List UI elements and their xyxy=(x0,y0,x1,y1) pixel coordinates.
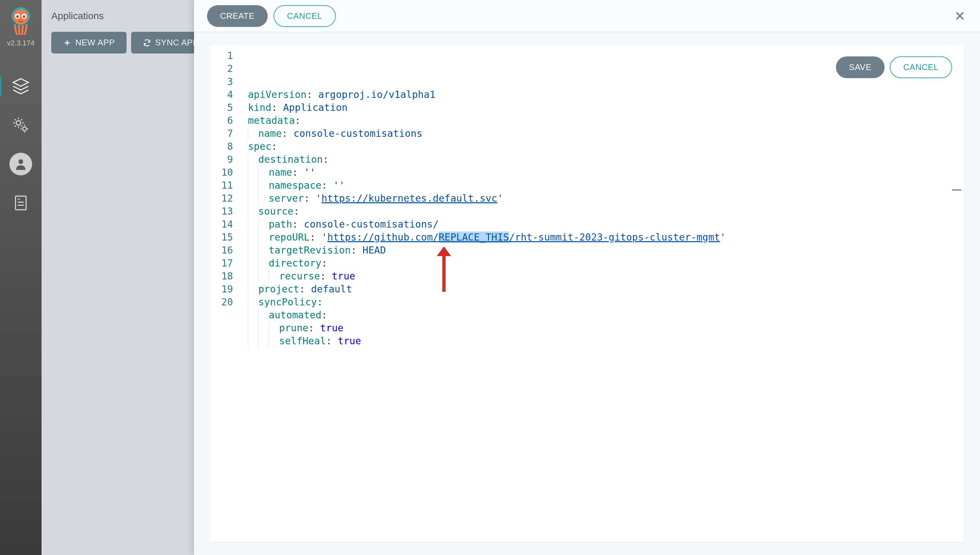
code-line[interactable]: name: '' xyxy=(248,166,964,179)
create-button[interactable]: CREATE xyxy=(207,5,268,27)
line-number: 15 xyxy=(210,231,240,244)
code-line[interactable]: server: 'https://kubernetes.default.svc' xyxy=(248,192,964,205)
code-token: source xyxy=(258,205,293,217)
line-number: 8 xyxy=(210,140,240,153)
code-token: : xyxy=(310,231,321,243)
version-label: v2.3.174 xyxy=(7,39,34,47)
code-line[interactable]: source: xyxy=(248,205,964,218)
code-line[interactable]: apiVersion: argoproj.io/v1alpha1 xyxy=(248,88,964,101)
line-number: 4 xyxy=(210,88,240,101)
code-token: : xyxy=(323,154,329,165)
editor-code[interactable]: apiVersion: argoproj.io/v1alpha1kind: Ap… xyxy=(240,45,964,542)
code-line[interactable]: automated: xyxy=(248,309,964,322)
code-line[interactable]: directory: xyxy=(248,257,964,270)
cancel-button[interactable]: CANCEL xyxy=(274,5,336,27)
code-line[interactable]: syncPolicy: xyxy=(248,296,964,309)
line-number: 11 xyxy=(210,179,240,192)
line-number: 3 xyxy=(210,75,240,88)
code-token: console-customisations/ xyxy=(304,218,438,230)
code-line[interactable]: selfHeal: true xyxy=(248,335,964,348)
code-line[interactable]: repoURL: 'https://github.com/REPLACE_THI… xyxy=(248,231,964,244)
code-token: namespace xyxy=(269,180,322,191)
editor-cancel-button[interactable]: CANCEL xyxy=(890,56,952,78)
svg-rect-9 xyxy=(16,196,26,210)
code-line[interactable]: path: console-customisations/ xyxy=(248,218,964,231)
code-token: https://kubernetes.default.svc xyxy=(322,192,497,204)
code-token: selfHeal xyxy=(279,335,326,346)
code-token: ' xyxy=(497,192,503,204)
code-token: ' xyxy=(316,192,322,204)
code-token: : xyxy=(304,192,315,204)
code-token: true xyxy=(332,270,355,282)
code-token: automated xyxy=(269,309,322,321)
code-line[interactable]: destination: xyxy=(248,153,964,166)
code-token: : xyxy=(299,283,311,295)
line-number: 6 xyxy=(210,114,240,127)
yaml-editor[interactable]: SAVE CANCEL 1234567891011121314151617181… xyxy=(210,45,964,542)
code-line[interactable]: spec: xyxy=(248,140,964,153)
create-app-panel: CREATE CANCEL SAVE CANCEL 12345678910111… xyxy=(194,0,980,555)
code-token: destination xyxy=(258,154,323,165)
code-line[interactable]: targetRevision: HEAD xyxy=(248,244,964,257)
sidebar: v2.3.174 xyxy=(0,0,42,555)
svg-point-8 xyxy=(18,159,23,164)
gears-icon xyxy=(12,116,30,134)
code-token: '' xyxy=(304,167,315,178)
close-icon xyxy=(954,10,966,22)
code-token: HEAD xyxy=(362,244,386,256)
code-line[interactable]: name: console-customisations xyxy=(248,127,964,140)
save-button[interactable]: SAVE xyxy=(836,56,884,78)
code-token: REPLACE_THIS xyxy=(439,231,509,243)
line-number: 2 xyxy=(210,62,240,75)
panel-body: SAVE CANCEL 1234567891011121314151617181… xyxy=(194,32,980,555)
code-token: argoproj.io/v1alpha1 xyxy=(318,89,436,100)
argo-logo xyxy=(8,5,34,36)
code-token: ' xyxy=(720,231,726,243)
code-token: : xyxy=(293,205,299,217)
code-token: prune xyxy=(279,322,308,334)
sidebar-item-applications[interactable] xyxy=(0,67,42,106)
line-number: 14 xyxy=(210,218,240,231)
code-line[interactable]: metadata: xyxy=(248,114,964,127)
code-token: : xyxy=(292,218,304,230)
code-line[interactable]: project: default xyxy=(248,283,964,296)
line-number: 20 xyxy=(210,296,240,309)
code-token: : xyxy=(317,296,323,308)
code-token: : xyxy=(271,141,277,152)
code-token: default xyxy=(311,283,352,295)
code-token: console-customisations xyxy=(293,128,422,139)
document-icon: ? xyxy=(12,194,30,212)
line-number: 12 xyxy=(210,192,240,205)
code-token: targetRevision xyxy=(269,244,351,256)
code-token: Application xyxy=(283,102,348,113)
code-token: spec xyxy=(248,141,271,152)
code-line[interactable]: prune: true xyxy=(248,322,964,335)
code-token: /rht-summit-2023-gitops-cluster-mgmt xyxy=(509,231,720,243)
code-line[interactable]: recurse: true xyxy=(248,270,964,283)
code-token: : xyxy=(307,89,318,100)
sidebar-item-user[interactable] xyxy=(0,144,42,183)
code-token: : xyxy=(308,322,320,334)
layers-icon xyxy=(12,77,30,95)
line-number: 13 xyxy=(210,205,240,218)
line-number: 9 xyxy=(210,153,240,166)
code-token: https://github.com/ xyxy=(327,231,439,243)
line-number: 16 xyxy=(210,244,240,257)
code-token: : xyxy=(326,335,338,346)
line-number: 1 xyxy=(210,49,240,62)
code-token: : xyxy=(292,167,304,178)
code-token: recurse xyxy=(279,270,320,282)
line-number: 7 xyxy=(210,127,240,140)
code-token: : xyxy=(322,257,327,269)
code-token: : xyxy=(282,128,293,139)
code-token: directory xyxy=(269,257,322,269)
code-line[interactable]: kind: Application xyxy=(248,101,964,114)
sidebar-item-settings[interactable] xyxy=(0,106,42,144)
line-number: 17 xyxy=(210,257,240,270)
code-token: : xyxy=(322,309,327,321)
close-button[interactable] xyxy=(953,9,967,23)
editor-actions: SAVE CANCEL xyxy=(836,56,952,78)
code-token: project xyxy=(258,283,299,295)
sidebar-item-docs[interactable]: ? xyxy=(0,183,42,222)
code-line[interactable]: namespace: '' xyxy=(248,179,964,192)
